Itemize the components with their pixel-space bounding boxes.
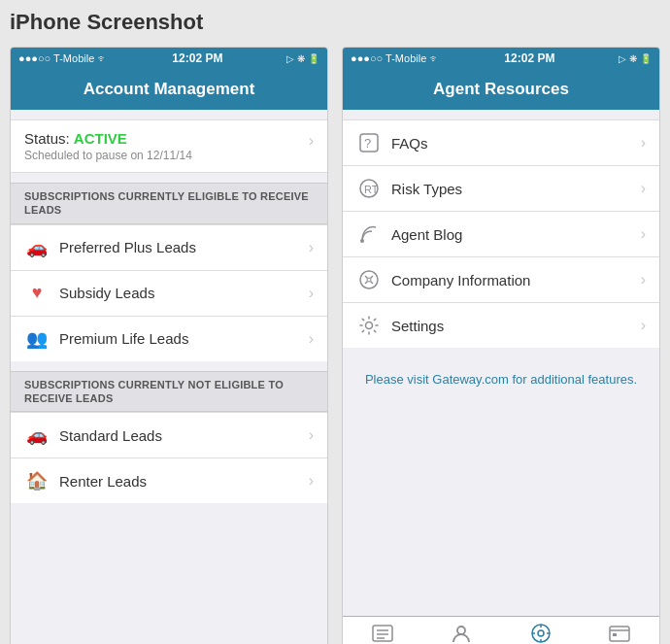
- subsidy-leads-label: Subsidy Leads: [59, 285, 305, 301]
- agent-blog-label: Agent Blog: [391, 226, 637, 243]
- standard-leads-item[interactable]: 🚗 Standard Leads ›: [11, 413, 327, 458]
- svg-point-23: [366, 322, 373, 329]
- agent-blog-item[interactable]: Agent Blog ›: [343, 212, 659, 257]
- settings-item[interactable]: Settings ›: [343, 303, 659, 348]
- right-header: Agent Resources: [343, 69, 659, 110]
- company-info-label: Company Information: [391, 272, 637, 288]
- left-content: Status: ACTIVE Scheduled to pause on 12/…: [11, 110, 327, 644]
- company-info-icon: [356, 267, 382, 292]
- account-tab-icon-right: [451, 623, 472, 644]
- status-label: Status: ACTIVE: [24, 130, 192, 147]
- left-phone: ●●●○○ T-Mobile ᯤ 12:02 PM ▷ ❋ 🔋 Account …: [10, 47, 328, 644]
- settings-icon: [356, 313, 382, 338]
- svg-point-18: [360, 239, 364, 243]
- status-chevron: ›: [309, 132, 314, 150]
- preferred-plus-leads-label: Preferred Plus Leads: [59, 239, 305, 255]
- settings-chevron: ›: [641, 317, 646, 334]
- leads-tab-icon-right: [372, 625, 393, 644]
- faqs-chevron: ›: [641, 134, 646, 152]
- premium-life-chevron: ›: [309, 330, 314, 348]
- right-carrier: ●●●○○ T-Mobile ᯤ: [351, 52, 440, 64]
- agent-blog-icon: [356, 221, 382, 247]
- left-carrier: ●●●○○ T-Mobile ᯤ: [18, 52, 108, 64]
- eligible-section-header: SUBSCRIPTIONS CURRENTLY ELIGIBLE TO RECE…: [11, 183, 327, 224]
- home-icon: 🏠: [24, 468, 50, 493]
- faqs-icon: ?: [356, 130, 382, 155]
- svg-point-22: [367, 278, 371, 282]
- preferred-plus-chevron: ›: [309, 239, 314, 256]
- settings-label: Settings: [391, 318, 637, 334]
- risk-types-chevron: ›: [641, 180, 646, 197]
- agent-blog-chevron: ›: [641, 225, 646, 243]
- left-header: Account Management: [11, 69, 327, 110]
- right-icons: ▷ ❋ 🔋: [619, 53, 652, 64]
- phones-container: ●●●○○ T-Mobile ᯤ 12:02 PM ▷ ❋ 🔋 Account …: [10, 47, 660, 644]
- gateway-note: Please visit Gateway.com for additional …: [343, 357, 659, 402]
- status-value: ACTIVE: [74, 130, 127, 147]
- left-status-bar: ●●●○○ T-Mobile ᯤ 12:02 PM ▷ ❋ 🔋: [11, 48, 327, 69]
- premium-life-leads-label: Premium Life Leads: [59, 330, 305, 347]
- people-icon: 👥: [24, 326, 50, 352]
- not-eligible-section-header: SUBSCRIPTIONS CURRENTLY NOT ELIGIBLE TO …: [11, 371, 327, 413]
- risk-types-item[interactable]: RT Risk Types ›: [343, 166, 659, 212]
- right-tab-bar: Leads Account: [343, 616, 659, 644]
- company-info-chevron: ›: [641, 271, 646, 288]
- preferred-plus-leads-item[interactable]: 🚗 Preferred Plus Leads ›: [11, 225, 327, 271]
- status-block[interactable]: Status: ACTIVE Scheduled to pause on 12/…: [11, 119, 327, 173]
- car-icon-standard: 🚗: [24, 423, 50, 448]
- eligible-list: 🚗 Preferred Plus Leads › ♥ Subsidy Leads…: [11, 224, 327, 361]
- not-eligible-list: 🚗 Standard Leads › 🏠 Renter Leads ›: [11, 412, 327, 503]
- svg-text:?: ?: [364, 136, 371, 151]
- premium-life-leads-item[interactable]: 👥 Premium Life Leads ›: [11, 317, 327, 361]
- right-content: ? FAQs › RT Risk Types ›: [343, 110, 659, 616]
- agent-resources-list: ? FAQs › RT Risk Types ›: [343, 119, 659, 348]
- risk-types-icon: RT: [356, 176, 382, 201]
- right-phone: ●●●○○ T-Mobile ᯤ 12:02 PM ▷ ❋ 🔋 Agent Re…: [342, 47, 660, 644]
- company-info-item[interactable]: Company Information ›: [343, 257, 659, 303]
- renter-leads-chevron: ›: [309, 472, 314, 490]
- right-tab-billing[interactable]: Billing: [581, 617, 660, 644]
- right-status-bar: ●●●○○ T-Mobile ᯤ 12:02 PM ▷ ❋ 🔋: [343, 48, 659, 69]
- left-icons: ▷ ❋ 🔋: [286, 53, 319, 64]
- risk-types-label: Risk Types: [391, 181, 637, 197]
- faqs-item[interactable]: ? FAQs ›: [343, 120, 659, 166]
- page-title: iPhone Screenshot: [10, 10, 660, 35]
- heart-icon: ♥: [24, 281, 50, 306]
- subsidy-leads-item[interactable]: ♥ Subsidy Leads ›: [11, 271, 327, 317]
- subsidy-chevron: ›: [309, 285, 314, 302]
- renter-leads-item[interactable]: 🏠 Renter Leads ›: [11, 458, 327, 503]
- right-time: 12:02 PM: [504, 51, 554, 65]
- svg-text:RT: RT: [364, 184, 379, 195]
- resources-tab-icon-right: [530, 623, 552, 644]
- status-scheduled: Scheduled to pause on 12/11/14: [24, 149, 192, 162]
- right-tab-leads[interactable]: Leads: [343, 617, 422, 644]
- svg-point-28: [457, 627, 465, 634]
- left-time: 12:02 PM: [172, 51, 222, 65]
- car-icon-preferred: 🚗: [24, 235, 50, 260]
- renter-leads-label: Renter Leads: [59, 473, 305, 490]
- right-tab-account[interactable]: Account: [422, 617, 502, 644]
- svg-rect-37: [613, 633, 617, 636]
- standard-leads-label: Standard Leads: [59, 427, 305, 444]
- svg-point-30: [538, 630, 544, 636]
- right-tab-resources[interactable]: Resources: [501, 617, 581, 644]
- billing-tab-icon-right: [609, 625, 630, 644]
- faqs-label: FAQs: [391, 135, 637, 152]
- standard-leads-chevron: ›: [309, 426, 314, 444]
